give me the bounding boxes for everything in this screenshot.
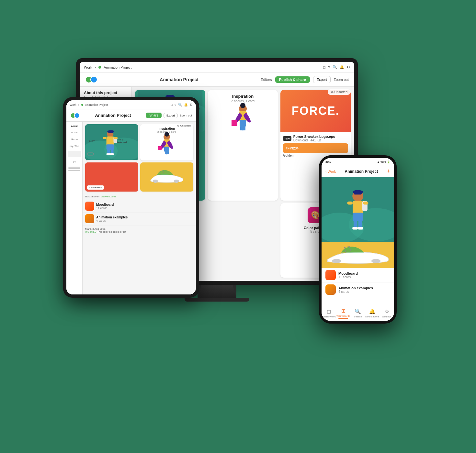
phone-moodboard-info: Moodboard 11 cards (338, 271, 358, 279)
tablet-sidebar-ov: ov (68, 159, 81, 165)
board-views-icon: ◻ (327, 308, 331, 315)
svg-rect-54 (158, 146, 162, 150)
inspiration-card[interactable]: Inspiration 2 boards, 1 card (208, 90, 278, 201)
tablet-inspiration-card[interactable]: Inspiration 2 boards, 1 card (140, 124, 193, 160)
about-title: About this project (84, 91, 128, 95)
monitor-stand (198, 285, 236, 298)
tablet-character-card[interactable]: shorten hills in background (85, 124, 138, 160)
line3 (68, 170, 80, 171)
tab-notifications[interactable]: 🔔 Notifications (365, 308, 380, 318)
settings-tab-label: Settings (382, 315, 391, 318)
tablet-icon-search[interactable]: 🔍 (178, 103, 182, 106)
tablet-export-button[interactable]: Export (164, 113, 178, 118)
zoom-label[interactable]: Zoom out (334, 78, 349, 82)
svg-rect-69 (352, 227, 358, 229)
tablet-content: About of the like to ary. The ov (66, 122, 196, 294)
nav-icon-help: ? (328, 65, 330, 69)
unsorted-badge[interactable]: ⊕ Unsorted (328, 89, 351, 95)
header-left (85, 76, 97, 83)
svg-rect-68 (358, 221, 362, 228)
tab-search[interactable]: 🔍 Search (351, 308, 365, 318)
breadcrumb-project[interactable]: Animation Project (104, 65, 131, 69)
cerise-label: Cerise Red (87, 185, 104, 190)
tablet-about: About (68, 124, 81, 128)
comment-author: Marc, 3 Aug 2021 (85, 227, 106, 230)
inspiration-svg (230, 102, 256, 135)
phone-ui: 8:49 ▲ WiFi 🔋 ‹ Work Animation Project (322, 158, 394, 321)
scene: Work › Animation Project □ ? 🔍 🔔 ⚙ (60, 32, 416, 421)
svg-rect-34 (103, 137, 107, 139)
tablet-anim-icon (85, 214, 94, 223)
tablet-breadcrumb-project[interactable]: Animation Project (85, 103, 108, 106)
phone-statusbar: 8:49 ▲ WiFi 🔋 (322, 158, 394, 166)
share-button[interactable]: Share (146, 113, 162, 118)
tablet-anim-cards: 4 cards (96, 219, 128, 222)
tablet-screen: Work › Animation Project □ ? 🔍 🔔 ⚙ (66, 100, 196, 294)
tab-your-boards[interactable]: ⊞ Your boards (336, 308, 351, 319)
svg-rect-62 (353, 201, 363, 214)
tablet-moodboard-item[interactable]: Moodboard 11 cards (83, 200, 196, 213)
svg-rect-26 (232, 120, 237, 126)
comment-mention[interactable]: @Sonia J (85, 230, 96, 233)
phone-header: ‹ Work Animation Project + (322, 166, 394, 177)
tablet-illustrator-link[interactable]: drawers.com (101, 195, 116, 198)
your-boards-icon: ⊞ (341, 308, 346, 314)
phone-status-icons: ▲ WiFi 🔋 (377, 160, 390, 163)
phone-back-button[interactable]: ‹ Work (325, 170, 336, 173)
tablet-zoom[interactable]: Zoom out (180, 114, 192, 117)
tablet-icon-settings[interactable]: ⚙ (190, 103, 193, 106)
force-logo-text: FORCE. (292, 104, 340, 118)
publish-button[interactable]: Publish & share (275, 76, 310, 83)
svg-rect-67 (354, 221, 357, 228)
phone-hero-bottom (322, 242, 394, 268)
tablet-icon-help: ? (175, 103, 176, 106)
tablet-unsorted[interactable]: ⊕ Unsorted (175, 124, 193, 128)
tablet-sneaker-card[interactable] (140, 162, 193, 192)
desktop-header: Animation Project Editors Publish & shar… (80, 72, 354, 87)
tablet-header: Animation Project Share Export Zoom out (66, 109, 196, 122)
tablet-illustrator-text: Illustrator on (85, 195, 99, 198)
tablet-moodboard-name: Moodboard (96, 203, 114, 206)
phone-back-label: Work (328, 170, 336, 173)
export-button[interactable]: Export (313, 76, 331, 83)
color-hex: #F79234 (286, 147, 298, 150)
svg-rect-39 (110, 153, 114, 155)
tablet-breadcrumb-work[interactable]: Work (70, 103, 76, 106)
tablet-moodboard-cards: 11 cards (96, 206, 114, 210)
nav-icon-settings[interactable]: ⚙ (347, 65, 350, 69)
phone-anim-item[interactable]: Animation examples 4 cards (322, 282, 394, 297)
desktop-topbar: Work › Animation Project □ ? 🔍 🔔 ⚙ (80, 62, 354, 72)
nav-icon-device: □ (323, 65, 325, 69)
project-dot (98, 66, 101, 69)
notifications-label: Notifications (365, 315, 380, 318)
phone-tabbar: ◻ Board views ⊞ Your boards 🔍 Search (322, 305, 394, 321)
phone-add-button[interactable]: + (387, 168, 390, 175)
tablet-sidebar-lines (68, 166, 81, 171)
tab-settings[interactable]: ⚙ Settings (380, 308, 394, 318)
phone-anim-name: Animation examples (338, 286, 373, 290)
phone-moodboard-item[interactable]: Moodboard 11 cards (322, 268, 394, 282)
svg-rect-31 (107, 137, 114, 145)
nav-icon-search[interactable]: 🔍 (333, 65, 337, 69)
sneaker-svg (147, 166, 186, 188)
force-file-sub[interactable]: Download · 441 KB (293, 138, 335, 142)
tablet-anim-item[interactable]: Animation examples 4 cards (83, 213, 196, 225)
your-boards-label: Your boards (336, 315, 350, 317)
color-swatch: #F79234 (283, 143, 348, 153)
breadcrumb-work[interactable]: Work (84, 65, 92, 69)
svg-rect-21 (240, 120, 246, 127)
tablet-moodboard-icon (85, 202, 94, 211)
comment-body: This color palette is great (97, 230, 126, 233)
tablet-insp-svg (157, 132, 176, 158)
svg-point-47 (164, 132, 169, 137)
tablet-project-dot (81, 104, 83, 106)
tab-board-views[interactable]: ◻ Board views (322, 308, 336, 318)
svg-rect-49 (164, 147, 169, 152)
tablet-icon-bell[interactable]: 🔔 (184, 103, 188, 106)
nav-icon-bell[interactable]: 🔔 (340, 65, 344, 69)
editors-label[interactable]: Editors (261, 78, 272, 82)
breadcrumb-sep: › (95, 65, 96, 69)
tablet-sidebar-likes: like to (68, 137, 81, 142)
inspiration-title: Inspiration (212, 94, 274, 99)
tablet-cerise-card[interactable]: Cerise Red (85, 162, 138, 192)
